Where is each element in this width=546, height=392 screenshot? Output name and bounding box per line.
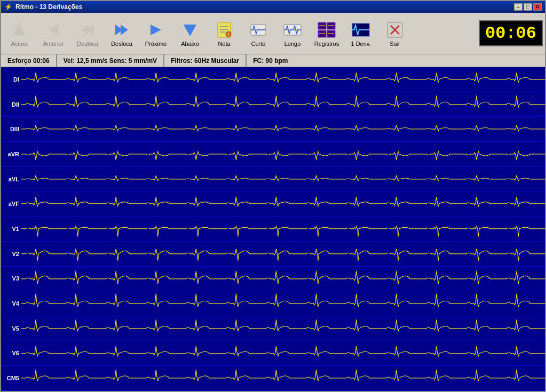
fc-status: FC: 90 bpm: [247, 54, 294, 67]
longo-icon: [283, 20, 302, 39]
note-icon: !: [215, 20, 234, 39]
maximize-button[interactable]: □: [524, 3, 532, 11]
ecg-waveform-diii: [21, 117, 545, 141]
longo-button[interactable]: Longo: [276, 15, 308, 52]
ecg-display: DIDIIDIIIaVRaVLaVFV1V2V3V4V5V6CM5: [1, 67, 545, 391]
1deriv-button[interactable]: 1 Deriv.: [345, 15, 377, 52]
anterior-button: Anterior: [37, 15, 69, 52]
ecg-waveform-v3: [21, 267, 545, 291]
lead-label-avf: aVF: [1, 201, 21, 207]
svg-marker-6: [151, 25, 161, 35]
arrow-right-icon: [146, 20, 165, 39]
ecg-row-diii: DIII: [1, 117, 545, 142]
curto-icon: [249, 20, 268, 39]
ecg-row-v3: V3: [1, 267, 545, 292]
proximo-button[interactable]: Próximo: [140, 15, 172, 52]
arrow-down-icon: [180, 20, 200, 39]
acima-button: Acima: [3, 15, 35, 52]
ecg-row-v5: V5: [1, 316, 545, 341]
ecg-waveform-v1: [21, 217, 545, 241]
desloca-back-button: Desloca: [72, 15, 104, 52]
ecg-waveform-di: [21, 67, 545, 92]
lead-label-avl: aVL: [1, 176, 21, 182]
toolbar: Acima Anterior Desloca: [1, 13, 545, 54]
arrow-left-icon: [44, 20, 63, 39]
ecg-waveform-dii: [21, 92, 545, 117]
ecg-waveform-avl: [21, 167, 545, 191]
ecg-row-dii: DII: [1, 92, 545, 117]
lead-label-di: DI: [1, 76, 21, 83]
ecg-waveform-v2: [21, 242, 545, 266]
lead-label-v5: V5: [1, 325, 21, 332]
lead-label-diii: DIII: [1, 126, 21, 132]
arrow-up-icon: [10, 20, 29, 39]
ecg-waveform-avf: [21, 191, 545, 216]
nota-button[interactable]: ! Nota: [208, 15, 240, 52]
vel-sens-status: Vel: 12,5 mm/s Sens: 5 mm/mV: [57, 54, 164, 67]
curto-button[interactable]: Curto: [242, 15, 274, 52]
svg-marker-1: [48, 25, 59, 35]
ecg-waveform-avr: [21, 142, 545, 166]
lead-label-v3: V3: [1, 275, 21, 282]
lead-label-v2: V2: [1, 251, 21, 257]
ecg-row-di: DI: [1, 67, 545, 92]
ecg-row-cm5: CM5: [1, 366, 545, 391]
abaixo-button[interactable]: Abaixo: [174, 15, 206, 52]
title-bar: ⚡ Ritmo - 13 Derivações – □ ✕: [1, 1, 545, 13]
ecg-row-v2: V2: [1, 242, 545, 267]
lead-label-cm5: CM5: [1, 375, 21, 381]
desloca-button[interactable]: Desloca: [106, 15, 138, 52]
sair-icon: [385, 20, 405, 39]
ecg-waveform-cm5: [21, 366, 545, 390]
lead-label-v1: V1: [1, 226, 21, 232]
filtros-status: Filtros: 60Hz Muscular: [164, 54, 247, 67]
ecg-row-avr: aVR: [1, 142, 545, 167]
window-title: Ritmo - 13 Derivações: [15, 3, 82, 11]
esforco-status: Esforço 00:06: [1, 54, 57, 67]
deriv-icon: [351, 20, 370, 39]
lead-label-v6: V6: [1, 350, 21, 356]
ecg-waveform-v6: [21, 341, 545, 366]
svg-marker-5: [121, 25, 128, 35]
ecg-row-avl: aVL: [1, 167, 545, 192]
double-arrow-right-filled-icon: [112, 20, 131, 39]
app-icon: ⚡: [4, 3, 12, 11]
ecg-row-v1: V1: [1, 217, 545, 242]
double-arrow-left-icon: [78, 20, 97, 39]
close-button[interactable]: ✕: [533, 3, 542, 11]
ecg-row-v4: V4: [1, 291, 545, 316]
ecg-waveform-v5: [21, 316, 545, 341]
status-bar: Esforço 00:06 Vel: 12,5 mm/s Sens: 5 mm/…: [1, 54, 545, 67]
timer-display: 00:06: [479, 20, 543, 46]
svg-marker-7: [184, 25, 196, 36]
lead-label-avr: aVR: [1, 151, 21, 157]
lead-label-v4: V4: [1, 300, 21, 307]
ecg-row-avf: aVF: [1, 191, 545, 217]
minimize-button[interactable]: –: [514, 3, 523, 11]
registros-button[interactable]: Registros: [311, 15, 343, 52]
sair-button[interactable]: Sair: [379, 15, 411, 52]
ecg-row-v6: V6: [1, 341, 545, 366]
ecg-waveform-v4: [21, 291, 545, 316]
svg-marker-0: [13, 22, 26, 35]
lead-label-dii: DII: [1, 101, 21, 108]
svg-text:!: !: [228, 33, 229, 36]
registros-icon: [317, 20, 336, 39]
